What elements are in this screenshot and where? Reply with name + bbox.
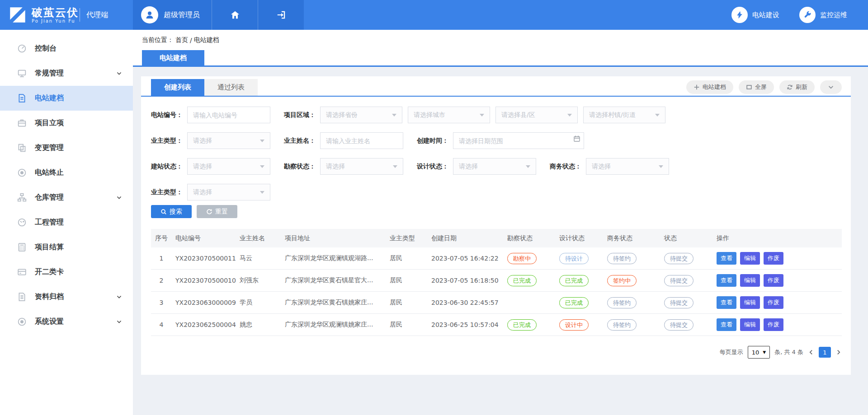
- reset-button[interactable]: 重置: [197, 205, 237, 218]
- void-button[interactable]: 作废: [764, 252, 783, 265]
- void-button[interactable]: 作废: [764, 318, 783, 331]
- brand-logo-icon: [8, 6, 27, 24]
- page-number-button[interactable]: 1: [819, 347, 831, 358]
- col-header: 电站编号: [172, 234, 236, 242]
- fullscreen-button[interactable]: 全屏: [739, 80, 774, 94]
- per-page-select[interactable]: 10 ▼: [748, 346, 770, 359]
- cell-owner: 马云: [236, 254, 281, 262]
- county-placeholder: 请选择县/区: [501, 111, 535, 119]
- design-status-select[interactable]: 请选择: [453, 158, 536, 175]
- station-table: 序号 电站编号 业主姓名 项目地址 业主类型 创建日期 勘察状态 设计状态 商务…: [151, 229, 842, 336]
- sidebar-item-project-settlement[interactable]: 项目结算: [0, 235, 133, 260]
- search-button[interactable]: 搜索: [151, 205, 192, 218]
- view-button[interactable]: 查看: [717, 296, 736, 309]
- station-no-input[interactable]: [187, 107, 270, 123]
- home-button[interactable]: [212, 0, 258, 30]
- city-select[interactable]: 请选择城市: [408, 107, 490, 123]
- caret-down-icon: ▼: [763, 350, 766, 354]
- cell-owner-type: 居民: [386, 276, 428, 284]
- sidebar-item-warehouse-mgmt[interactable]: 仓库管理: [0, 185, 133, 210]
- refresh-label: 刷新: [796, 83, 807, 91]
- sidebar-item-general-mgmt[interactable]: 常规管理: [0, 61, 133, 86]
- sidebar-item-label: 项目结算: [35, 242, 64, 252]
- brand: 破茧云伏 Po Jian Yun Fu 代理端: [0, 0, 133, 30]
- table-row: 4 YX2023062500004 姚忠 广东深圳龙华区观澜镇姚家庄... 居民…: [151, 314, 842, 336]
- build-status-placeholder: 请选择: [193, 163, 212, 171]
- sidebar-item-system-settings[interactable]: 系统设置: [0, 309, 133, 334]
- caret-down-icon: [260, 165, 264, 168]
- collapse-toolbar-button[interactable]: [820, 80, 842, 94]
- void-button[interactable]: 作废: [764, 296, 783, 309]
- calendar-icon: [573, 135, 580, 142]
- breadcrumb-home[interactable]: 首页: [175, 36, 188, 44]
- edit-button[interactable]: 编辑: [740, 318, 760, 331]
- province-select[interactable]: 请选择省份: [320, 107, 402, 123]
- user-menu[interactable]: 超级管理员: [133, 0, 212, 30]
- design-status-badge: 已完成: [559, 297, 589, 308]
- edit-button[interactable]: 编辑: [740, 252, 760, 265]
- business-status-placeholder: 请选择: [592, 163, 611, 171]
- town-select[interactable]: 请选择村镇/街道: [583, 107, 665, 123]
- view-button[interactable]: 查看: [717, 318, 736, 331]
- briefcase-icon: [17, 118, 27, 128]
- sidebar-item-label: 仓库管理: [35, 193, 64, 202]
- design-status-badge: 设计中: [559, 319, 589, 331]
- county-select[interactable]: 请选择县/区: [495, 107, 578, 123]
- cell-created: 2023-07-05 16:42:22: [428, 255, 504, 262]
- col-header: 业主类型: [386, 234, 428, 242]
- business-status-badge: 签约中: [607, 275, 637, 286]
- col-header: 创建日期: [428, 234, 504, 242]
- date-range-input[interactable]: [453, 132, 584, 149]
- view-button[interactable]: 查看: [717, 274, 736, 287]
- sidebar-item-type2-card[interactable]: 开二类卡: [0, 260, 133, 284]
- owner-type2-select[interactable]: 请选择: [187, 184, 270, 201]
- void-button[interactable]: 作废: [764, 274, 783, 287]
- next-page-button[interactable]: [835, 349, 842, 355]
- col-header: 序号: [151, 234, 172, 242]
- add-station-label: 电站建档: [703, 83, 726, 91]
- tab-passed-list[interactable]: 通过列表: [204, 79, 258, 96]
- page-tab-station-archive[interactable]: 电站建档: [142, 50, 204, 65]
- business-status-select[interactable]: 请选择: [586, 158, 669, 175]
- cell-station-no: YX2023070500011: [172, 255, 236, 262]
- survey-status-badge: 已完成: [507, 319, 537, 331]
- sidebar-item-station-archive[interactable]: 电站建档: [0, 86, 133, 111]
- cell-index: 1: [151, 255, 172, 262]
- sidebar-item-station-termination[interactable]: 电站终止: [0, 160, 133, 185]
- home-icon: [230, 10, 240, 20]
- edit-button[interactable]: 编辑: [740, 274, 760, 287]
- refresh-button[interactable]: 刷新: [779, 80, 815, 94]
- owner-type-select[interactable]: 请选择: [187, 132, 270, 149]
- owner-name-input[interactable]: [320, 132, 403, 149]
- sidebar-item-project-initiation[interactable]: 项目立项: [0, 111, 133, 135]
- module-monitor-ops[interactable]: 监控运维: [799, 7, 847, 23]
- survey-status-select[interactable]: 请选择: [320, 158, 403, 175]
- tab-create-list[interactable]: 创建列表: [151, 79, 204, 96]
- breadcrumb-separator: /: [190, 37, 192, 44]
- fullscreen-label: 全屏: [755, 83, 767, 91]
- logout-button[interactable]: [258, 0, 304, 30]
- sidebar-item-change-mgmt[interactable]: 变更管理: [0, 135, 133, 160]
- sidebar-item-data-archive[interactable]: 资料归档: [0, 284, 133, 309]
- design-status-badge: 已完成: [559, 275, 589, 286]
- cell-index: 4: [151, 321, 172, 328]
- col-header: 状态: [660, 234, 713, 242]
- chevron-down-icon: [828, 84, 834, 90]
- view-button[interactable]: 查看: [717, 252, 736, 265]
- reset-label: 重置: [215, 208, 228, 216]
- col-header: 勘察状态: [504, 234, 556, 242]
- business-status-badge: 待签约: [607, 253, 637, 264]
- edit-button[interactable]: 编辑: [740, 296, 760, 309]
- status-badge: 待提交: [664, 297, 693, 308]
- sidebar-item-label: 开二类卡: [35, 267, 64, 277]
- caret-down-icon: [392, 114, 396, 117]
- add-station-button[interactable]: 电站建档: [686, 80, 733, 94]
- prev-page-button[interactable]: [808, 349, 814, 355]
- table-row: 2 YX2023070500010 刘强东 广东深圳龙华区黄石镇星官大... 居…: [151, 270, 842, 292]
- sidebar-item-label: 项目立项: [35, 118, 64, 128]
- module-station-build[interactable]: 电站建设: [731, 7, 779, 23]
- sidebar-item-console[interactable]: 控制台: [0, 36, 133, 61]
- col-header: 设计状态: [556, 234, 604, 242]
- sidebar-item-engineering-mgmt[interactable]: 工程管理: [0, 210, 133, 235]
- build-status-select[interactable]: 请选择: [187, 158, 270, 175]
